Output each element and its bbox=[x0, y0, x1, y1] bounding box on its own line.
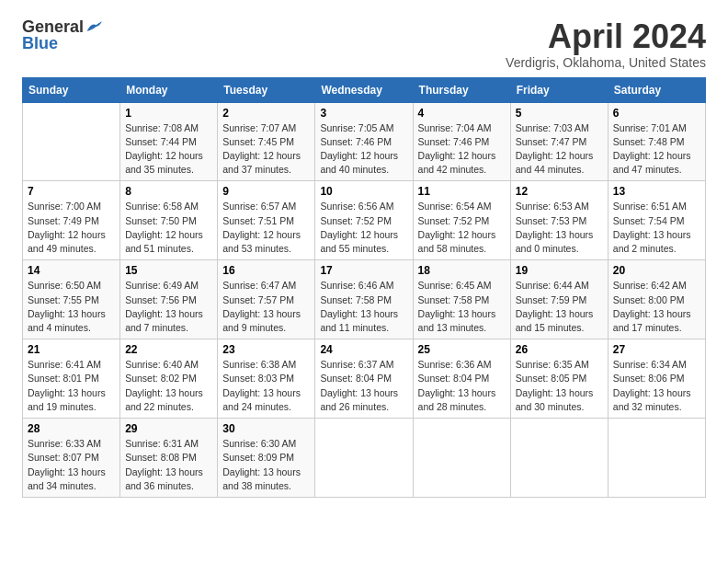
day-number: 15 bbox=[125, 264, 212, 277]
calendar-cell bbox=[510, 419, 608, 498]
day-info: Sunrise: 6:50 AM Sunset: 7:55 PM Dayligh… bbox=[28, 280, 106, 333]
logo-bird-icon bbox=[85, 20, 102, 33]
calendar-week-row: 1Sunrise: 7:08 AM Sunset: 7:44 PM Daylig… bbox=[23, 102, 706, 181]
day-number: 8 bbox=[125, 185, 212, 198]
day-number: 7 bbox=[28, 185, 115, 198]
day-info: Sunrise: 7:04 AM Sunset: 7:46 PM Dayligh… bbox=[418, 122, 496, 176]
day-number: 23 bbox=[222, 343, 310, 356]
day-info: Sunrise: 6:54 AM Sunset: 7:52 PM Dayligh… bbox=[418, 201, 496, 254]
day-of-week-header: Tuesday bbox=[218, 77, 315, 102]
calendar-header: SundayMondayTuesdayWednesdayThursdayFrid… bbox=[23, 77, 706, 102]
day-number: 2 bbox=[222, 107, 310, 120]
day-number: 10 bbox=[320, 185, 407, 198]
calendar-cell: 5Sunrise: 7:03 AM Sunset: 7:47 PM Daylig… bbox=[510, 102, 608, 181]
days-of-week-row: SundayMondayTuesdayWednesdayThursdayFrid… bbox=[23, 77, 706, 102]
day-info: Sunrise: 7:01 AM Sunset: 7:48 PM Dayligh… bbox=[613, 122, 691, 176]
day-of-week-header: Monday bbox=[120, 77, 218, 102]
day-number: 27 bbox=[613, 343, 700, 356]
calendar-week-row: 7Sunrise: 7:00 AM Sunset: 7:49 PM Daylig… bbox=[23, 181, 706, 260]
calendar-cell: 2Sunrise: 7:07 AM Sunset: 7:45 PM Daylig… bbox=[218, 102, 315, 181]
calendar-cell: 29Sunrise: 6:31 AM Sunset: 8:08 PM Dayli… bbox=[120, 419, 218, 498]
day-number: 5 bbox=[516, 107, 603, 120]
day-info: Sunrise: 6:41 AM Sunset: 8:01 PM Dayligh… bbox=[28, 359, 106, 412]
day-number: 12 bbox=[516, 185, 603, 198]
calendar-cell: 15Sunrise: 6:49 AM Sunset: 7:56 PM Dayli… bbox=[120, 260, 218, 339]
day-info: Sunrise: 6:42 AM Sunset: 8:00 PM Dayligh… bbox=[613, 280, 691, 333]
day-number: 11 bbox=[418, 185, 506, 198]
calendar-cell: 23Sunrise: 6:38 AM Sunset: 8:03 PM Dayli… bbox=[218, 339, 315, 419]
calendar-week-row: 21Sunrise: 6:41 AM Sunset: 8:01 PM Dayli… bbox=[23, 339, 706, 419]
logo: General Blue bbox=[22, 18, 102, 52]
location-title: Verdigris, Oklahoma, United States bbox=[506, 55, 706, 70]
calendar-cell: 17Sunrise: 6:46 AM Sunset: 7:58 PM Dayli… bbox=[315, 260, 413, 339]
day-number: 18 bbox=[418, 264, 506, 277]
calendar-cell: 13Sunrise: 6:51 AM Sunset: 7:54 PM Dayli… bbox=[608, 181, 705, 260]
day-number: 28 bbox=[28, 422, 115, 435]
calendar-cell: 21Sunrise: 6:41 AM Sunset: 8:01 PM Dayli… bbox=[23, 339, 120, 419]
day-info: Sunrise: 6:47 AM Sunset: 7:57 PM Dayligh… bbox=[222, 280, 301, 333]
calendar-cell: 7Sunrise: 7:00 AM Sunset: 7:49 PM Daylig… bbox=[23, 181, 120, 260]
day-info: Sunrise: 7:03 AM Sunset: 7:47 PM Dayligh… bbox=[516, 122, 594, 176]
day-number: 19 bbox=[516, 264, 603, 277]
day-number: 20 bbox=[613, 264, 700, 277]
day-number: 6 bbox=[613, 107, 700, 120]
day-number: 21 bbox=[28, 343, 115, 356]
day-info: Sunrise: 6:58 AM Sunset: 7:50 PM Dayligh… bbox=[125, 201, 203, 254]
day-info: Sunrise: 6:34 AM Sunset: 8:06 PM Dayligh… bbox=[613, 359, 691, 412]
day-info: Sunrise: 7:05 AM Sunset: 7:46 PM Dayligh… bbox=[320, 122, 398, 176]
day-of-week-header: Friday bbox=[510, 77, 608, 102]
calendar-cell: 11Sunrise: 6:54 AM Sunset: 7:52 PM Dayli… bbox=[413, 181, 510, 260]
calendar-cell: 19Sunrise: 6:44 AM Sunset: 7:59 PM Dayli… bbox=[510, 260, 608, 339]
day-info: Sunrise: 6:56 AM Sunset: 7:52 PM Dayligh… bbox=[320, 201, 398, 254]
calendar-cell: 26Sunrise: 6:35 AM Sunset: 8:05 PM Dayli… bbox=[510, 339, 608, 419]
day-number: 3 bbox=[320, 107, 407, 120]
day-number: 29 bbox=[125, 422, 212, 435]
calendar-cell: 3Sunrise: 7:05 AM Sunset: 7:46 PM Daylig… bbox=[315, 102, 413, 181]
day-number: 17 bbox=[320, 264, 407, 277]
calendar-cell: 27Sunrise: 6:34 AM Sunset: 8:06 PM Dayli… bbox=[608, 339, 705, 419]
calendar-cell: 16Sunrise: 6:47 AM Sunset: 7:57 PM Dayli… bbox=[218, 260, 315, 339]
day-number: 13 bbox=[613, 185, 700, 198]
day-info: Sunrise: 6:30 AM Sunset: 8:09 PM Dayligh… bbox=[222, 438, 301, 491]
day-info: Sunrise: 7:08 AM Sunset: 7:44 PM Dayligh… bbox=[125, 122, 203, 176]
calendar-cell bbox=[413, 419, 510, 498]
day-number: 4 bbox=[418, 107, 506, 120]
day-info: Sunrise: 7:00 AM Sunset: 7:49 PM Dayligh… bbox=[28, 201, 106, 254]
day-number: 14 bbox=[28, 264, 115, 277]
calendar-cell: 24Sunrise: 6:37 AM Sunset: 8:04 PM Dayli… bbox=[315, 339, 413, 419]
calendar-cell: 1Sunrise: 7:08 AM Sunset: 7:44 PM Daylig… bbox=[120, 102, 218, 181]
day-number: 22 bbox=[125, 343, 212, 356]
day-number: 30 bbox=[222, 422, 310, 435]
calendar-cell bbox=[608, 419, 705, 498]
calendar-body: 1Sunrise: 7:08 AM Sunset: 7:44 PM Daylig… bbox=[23, 102, 706, 497]
calendar-cell: 28Sunrise: 6:33 AM Sunset: 8:07 PM Dayli… bbox=[23, 419, 120, 498]
calendar-cell: 6Sunrise: 7:01 AM Sunset: 7:48 PM Daylig… bbox=[608, 102, 705, 181]
day-info: Sunrise: 6:49 AM Sunset: 7:56 PM Dayligh… bbox=[125, 280, 203, 333]
title-block: April 2024 Verdigris, Oklahoma, United S… bbox=[506, 18, 706, 70]
calendar-cell: 10Sunrise: 6:56 AM Sunset: 7:52 PM Dayli… bbox=[315, 181, 413, 260]
calendar-cell: 30Sunrise: 6:30 AM Sunset: 8:09 PM Dayli… bbox=[218, 419, 315, 498]
day-number: 16 bbox=[222, 264, 310, 277]
calendar-cell: 12Sunrise: 6:53 AM Sunset: 7:53 PM Dayli… bbox=[510, 181, 608, 260]
day-number: 25 bbox=[418, 343, 506, 356]
day-number: 24 bbox=[320, 343, 407, 356]
calendar-cell: 20Sunrise: 6:42 AM Sunset: 8:00 PM Dayli… bbox=[608, 260, 705, 339]
page-header: General Blue April 2024 Verdigris, Oklah… bbox=[22, 18, 706, 70]
day-number: 1 bbox=[125, 107, 212, 120]
day-of-week-header: Saturday bbox=[608, 77, 705, 102]
calendar-week-row: 14Sunrise: 6:50 AM Sunset: 7:55 PM Dayli… bbox=[23, 260, 706, 339]
calendar-cell bbox=[23, 102, 120, 181]
day-number: 9 bbox=[222, 185, 310, 198]
logo-general-text: General bbox=[22, 18, 84, 35]
day-info: Sunrise: 6:46 AM Sunset: 7:58 PM Dayligh… bbox=[320, 280, 398, 333]
logo-blue-text: Blue bbox=[22, 35, 102, 52]
day-info: Sunrise: 6:38 AM Sunset: 8:03 PM Dayligh… bbox=[222, 359, 301, 412]
day-info: Sunrise: 6:33 AM Sunset: 8:07 PM Dayligh… bbox=[28, 438, 106, 491]
calendar-table: SundayMondayTuesdayWednesdayThursdayFrid… bbox=[22, 77, 706, 498]
day-info: Sunrise: 6:44 AM Sunset: 7:59 PM Dayligh… bbox=[516, 280, 594, 333]
day-info: Sunrise: 6:45 AM Sunset: 7:58 PM Dayligh… bbox=[418, 280, 496, 333]
day-of-week-header: Sunday bbox=[23, 77, 120, 102]
day-info: Sunrise: 6:37 AM Sunset: 8:04 PM Dayligh… bbox=[320, 359, 398, 412]
day-of-week-header: Thursday bbox=[413, 77, 510, 102]
day-info: Sunrise: 7:07 AM Sunset: 7:45 PM Dayligh… bbox=[222, 122, 301, 176]
